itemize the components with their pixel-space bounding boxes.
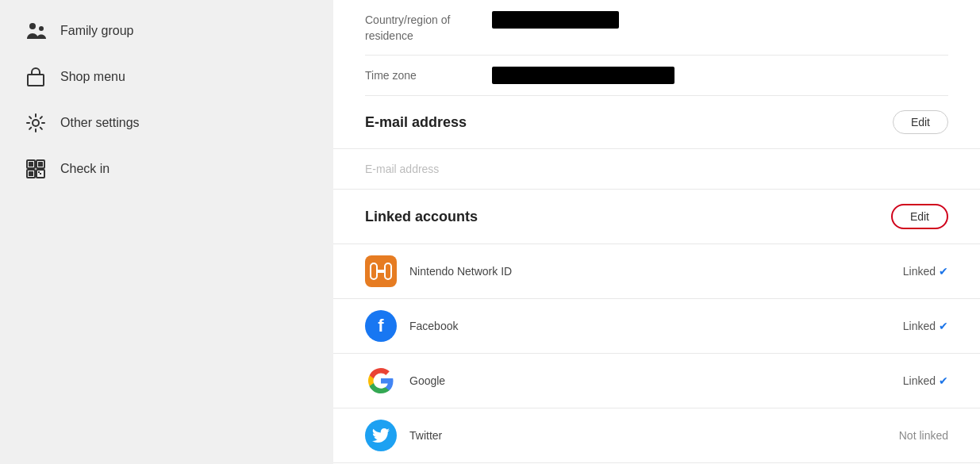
linked-accounts-header: Linked accounts Edit: [333, 190, 980, 244]
svg-point-3: [33, 120, 39, 126]
sidebar: Family group Shop menu Other settings: [0, 0, 333, 464]
twitter-logo: [365, 420, 397, 451]
twitter-status-text: Not linked: [899, 429, 948, 442]
google-account-row: Google Linked ✔: [333, 354, 980, 408]
svg-rect-12: [38, 171, 40, 173]
svg-rect-14: [385, 263, 391, 279]
sidebar-check-in-label: Check in: [60, 162, 110, 176]
email-field-section: E-mail address: [333, 149, 980, 190]
facebook-icon-container: f: [365, 310, 397, 342]
twitter-account-row: Twitter Not linked: [333, 408, 980, 463]
timezone-label: Time zone: [365, 67, 492, 84]
linked-accounts-edit-button[interactable]: Edit: [891, 204, 948, 229]
svg-rect-10: [29, 171, 33, 176]
sidebar-family-group-label: Family group: [60, 24, 133, 38]
sidebar-item-check-in[interactable]: Check in: [0, 146, 333, 192]
country-label: Country/region ofresidence: [365, 11, 492, 44]
google-check-icon: ✔: [939, 374, 948, 387]
email-section-title: E-mail address: [365, 114, 467, 131]
svg-rect-13: [371, 263, 377, 279]
google-status: Linked ✔: [903, 374, 948, 387]
facebook-status: Linked ✔: [903, 320, 948, 332]
timezone-field-row: Time zone: [365, 56, 948, 96]
svg-point-1: [39, 26, 44, 31]
linked-accounts-title: Linked accounts: [365, 209, 478, 225]
sidebar-item-family-group[interactable]: Family group: [0, 8, 333, 54]
twitter-icon-container: [365, 420, 397, 451]
settings-icon: [24, 111, 48, 135]
google-account-name: Google: [409, 374, 903, 387]
timezone-value: [492, 67, 674, 84]
nintendo-account-row: Nintendo Network ID Linked ✔: [333, 244, 980, 299]
facebook-status-text: Linked: [903, 320, 936, 332]
top-fields-section: Country/region ofresidence Time zone: [333, 0, 980, 96]
facebook-check-icon: ✔: [939, 320, 948, 332]
svg-rect-15: [377, 270, 385, 273]
email-placeholder: E-mail address: [365, 163, 439, 175]
facebook-logo: f: [365, 310, 397, 342]
main-content: Country/region ofresidence Time zone E-m…: [333, 0, 980, 464]
nintendo-icon: [365, 255, 397, 287]
nintendo-account-name: Nintendo Network ID: [409, 265, 903, 278]
svg-rect-11: [40, 173, 41, 174]
sidebar-item-other-settings[interactable]: Other settings: [0, 100, 333, 146]
twitter-status: Not linked: [899, 429, 948, 442]
family-icon: [24, 19, 48, 43]
facebook-account-name: Facebook: [409, 320, 903, 332]
sidebar-item-shop-menu[interactable]: Shop menu: [0, 54, 333, 100]
google-logo: [365, 365, 397, 397]
nintendo-status: Linked ✔: [903, 265, 948, 278]
google-status-text: Linked: [903, 374, 936, 387]
sidebar-other-settings-label: Other settings: [60, 116, 140, 130]
checkin-icon: [24, 157, 48, 181]
nintendo-check-icon: ✔: [939, 265, 948, 278]
svg-rect-9: [38, 162, 43, 167]
google-icon-container: [365, 365, 397, 397]
svg-rect-2: [28, 75, 44, 86]
email-section-header: E-mail address Edit: [333, 96, 980, 149]
sidebar-shop-menu-label: Shop menu: [60, 70, 125, 84]
nintendo-logo: [365, 255, 397, 287]
country-value: [492, 11, 619, 29]
country-field-row: Country/region ofresidence: [365, 0, 948, 56]
facebook-account-row: f Facebook Linked ✔: [333, 299, 980, 354]
email-edit-button[interactable]: Edit: [893, 110, 948, 134]
svg-rect-8: [29, 162, 33, 167]
shop-icon: [24, 65, 48, 89]
nintendo-status-text: Linked: [903, 265, 936, 278]
svg-point-0: [29, 23, 36, 29]
twitter-account-name: Twitter: [409, 429, 899, 442]
